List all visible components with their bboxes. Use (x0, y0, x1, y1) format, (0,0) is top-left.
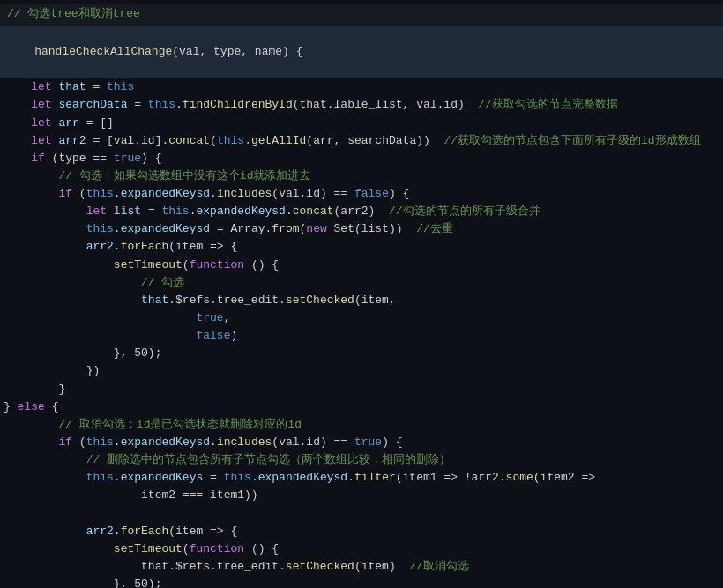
code-line: let arr = [] (0, 115, 723, 132)
code-line: this.expandedKeys = this.expandedKeysd.f… (0, 469, 723, 487)
code-line: let that = this (0, 78, 723, 96)
code-line: let arr2 = [val.id].concat(this.getAllId… (0, 132, 723, 150)
code-line: if (type == true) { (0, 150, 723, 167)
code-line: // 删除选中的节点包含所有子节点勾选（两个数组比较，相同的删除） (0, 451, 723, 469)
code-line: arr2.forEach(item => { (0, 238, 723, 256)
code-line: if (this.expandedKeysd.includes(val.id) … (0, 434, 723, 451)
code-line: } (0, 381, 723, 398)
code-line: // 勾选 (0, 274, 723, 292)
top-comment: // 勾选tree和取消tree (7, 7, 140, 20)
code-line: that.$refs.tree_edit.setChecked(item) //… (0, 558, 723, 576)
func-params: (val, type, name) { (172, 45, 302, 58)
code-line: false) (0, 327, 723, 345)
code-line: setTimeout(function () { (0, 257, 723, 274)
function-header: handleCheckAllChange(val, type, name) { (0, 26, 723, 78)
code-line: if (this.expandedKeysd.includes(val.id) … (0, 185, 723, 203)
code-editor: // 勾选tree和取消tree handleCheckAllChange(va… (0, 0, 723, 588)
code-line: // 勾选：如果勾选数组中没有这个id就添加进去 (0, 167, 723, 185)
code-line (0, 505, 723, 523)
code-lines: let that = this let searchData = this.fi… (0, 78, 723, 588)
code-line: }, 50); (0, 576, 723, 588)
code-line: item2 === item1)) (0, 487, 723, 504)
code-line: // 取消勾选：id是已勾选状态就删除对应的id (0, 416, 723, 434)
code-line: that.$refs.tree_edit.setChecked(item, (0, 292, 723, 309)
code-line: } else { (0, 398, 723, 416)
func-name: handleCheckAllChange (34, 45, 172, 58)
comment-header: // 勾选tree和取消tree (0, 4, 723, 26)
code-line: }) (0, 362, 723, 380)
code-line: let list = this.expandedKeysd.concat(arr… (0, 203, 723, 220)
code-line: true, (0, 309, 723, 327)
code-line: arr2.forEach(item => { (0, 523, 723, 540)
code-line: this.expandedKeysd = Array.from(new Set(… (0, 220, 723, 238)
code-line: setTimeout(function () { (0, 540, 723, 558)
code-line: let searchData = this.findChildrenById(t… (0, 96, 723, 114)
code-line: }, 50); (0, 345, 723, 362)
